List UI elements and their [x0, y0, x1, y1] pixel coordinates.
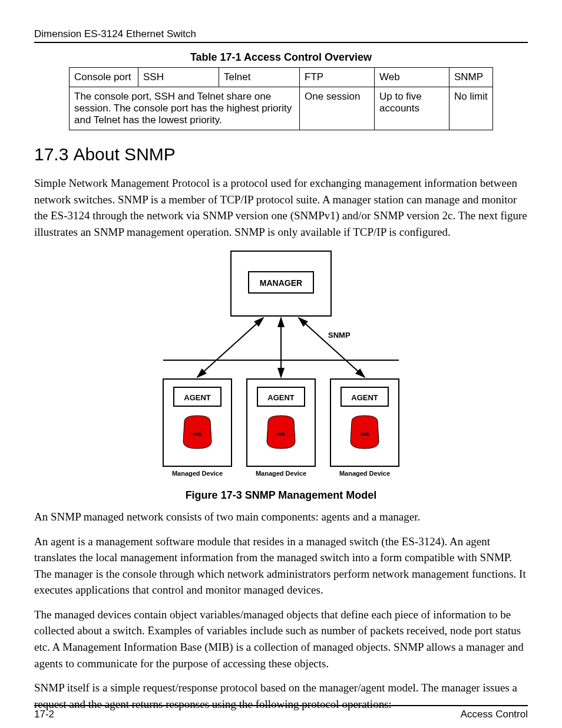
paragraph: An agent is a management software module…: [34, 533, 528, 598]
agent-label: AGENT: [184, 393, 211, 402]
mib-label: MIB: [193, 431, 202, 437]
section-number: 17.3: [34, 144, 68, 164]
agent-label: AGENT: [267, 393, 295, 402]
page-header: Dimension ES-3124 Ethernet Switch: [34, 28, 528, 43]
cell-ftp: FTP: [300, 68, 375, 87]
cell-ssh: SSH: [138, 68, 219, 87]
cell-snmp-limit: No limit: [449, 87, 493, 130]
paragraph: An SNMP managed network consists of two …: [34, 509, 528, 525]
section-title: About SNMP: [73, 144, 175, 164]
paragraph: Simple Network Management Protocol is a …: [34, 175, 528, 240]
cell-merged-session: The console port, SSH and Telnet share o…: [70, 87, 300, 130]
cell-console: Console port: [70, 68, 138, 87]
snmp-label: SNMP: [328, 331, 351, 340]
table-caption: Table 17-1 Access Control Overview: [69, 51, 493, 64]
paragraph: The managed devices contain object varia…: [34, 607, 528, 671]
mib-label: MIB: [361, 431, 369, 437]
footer-section-name: Access Control: [461, 709, 528, 720]
svg-line-5: [299, 318, 365, 377]
managed-device-label: Managed Device: [256, 470, 306, 477]
cell-telnet: Telnet: [219, 68, 300, 87]
mib-label: MIB: [277, 431, 286, 437]
cell-ftp-session: One session: [300, 87, 375, 130]
section-heading: 17.3About SNMP: [34, 144, 528, 164]
table-row: Console port SSH Telnet FTP Web SNMP: [70, 68, 493, 87]
snmp-diagram: MANAGER SNMP AGENT MIB Managed Devi: [134, 248, 428, 487]
access-control-table: Console port SSH Telnet FTP Web SNMP The…: [69, 67, 493, 130]
managed-device-label: Managed Device: [339, 470, 390, 477]
managed-device-label: Managed Device: [172, 470, 223, 477]
cell-snmp: SNMP: [449, 68, 493, 87]
agent-label: AGENT: [351, 393, 378, 402]
cell-web: Web: [375, 68, 449, 87]
page-footer: 17-2 Access Control: [34, 705, 528, 720]
cell-web-accounts: Up to five accounts: [375, 87, 449, 130]
manager-label: MANAGER: [260, 278, 302, 288]
table-row: The console port, SSH and Telnet share o…: [70, 87, 493, 130]
figure-caption: Figure 17-3 SNMP Management Model: [134, 489, 428, 502]
svg-line-3: [197, 318, 263, 377]
document-page: Dimension ES-3124 Ethernet Switch Table …: [0, 0, 562, 728]
footer-page-number: 17-2: [34, 709, 54, 720]
